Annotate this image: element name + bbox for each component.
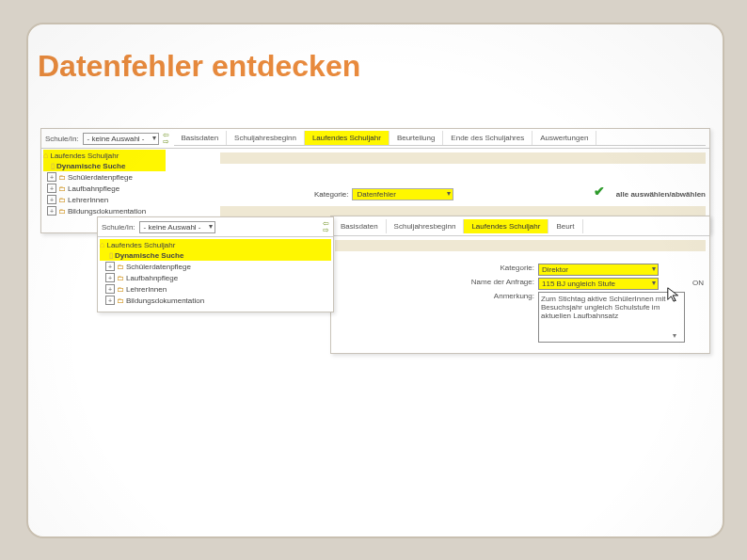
schule-label: Schule/In: — [45, 135, 79, 143]
schule-label: Schule/In: — [102, 223, 135, 232]
expand-icon[interactable]: + — [105, 296, 115, 305]
tab-beurteilung[interactable]: Beurteilung — [389, 131, 443, 145]
tabstrip: Basisdaten Schuljahresbeginn Laufendes S… — [174, 131, 707, 146]
expand-icon[interactable]: + — [47, 172, 56, 182]
tree-dyn-label: Dynamische Suche — [115, 251, 183, 260]
home-icon: ⌂ — [43, 151, 48, 160]
schule-select[interactable]: - keine Auswahl - — [83, 133, 159, 145]
tree-item[interactable]: +🗀LehrerInnen — [100, 283, 331, 295]
screenshot-tree: Schule/In: - keine Auswahl - ⇦⇨ ⌂Laufend… — [97, 216, 334, 312]
ss2-topbar: Schule/In: - keine Auswahl - ⇦⇨ — [98, 217, 333, 237]
slide-title: Datenfehler entdecken — [38, 49, 360, 84]
tree-item[interactable]: +🗀Laufbahnpflege — [100, 272, 331, 283]
tree-item-label: Laufbahnpflege — [126, 274, 178, 282]
folder-icon: 🗀 — [58, 184, 66, 193]
query-form: Kategorie: Direktor▾ Name der Anfrage: 1… — [459, 264, 704, 344]
expand-icon[interactable]: + — [47, 184, 56, 193]
tab-basisdaten[interactable]: Basisdaten — [333, 219, 387, 233]
home-icon: ⌂ — [100, 240, 104, 249]
tree-dyn-suche[interactable]: ▯Dynamische Suche — [100, 250, 331, 261]
tab-ende-des-schuljahres[interactable]: Ende des Schuljahres — [443, 131, 532, 145]
ss3-topbar: Basisdaten Schuljahresbeginn Laufendes S… — [331, 216, 709, 236]
topbar: Schule/In: - keine Auswahl - ⇦⇨ Basisdat… — [41, 129, 709, 149]
folder-icon: 🗀 — [117, 274, 124, 282]
tree-item-label: LehrerInnen — [126, 285, 167, 294]
slide-frame: Datenfehler entdecken Schule/In: - keine… — [26, 23, 724, 538]
anmerkung-text: Zum Stichtag aktive SchülerInnen mit Bes… — [538, 292, 685, 343]
tree-item-label: Schülerdatenpflege — [68, 173, 133, 182]
sub-bar — [335, 240, 706, 251]
kategorie-select[interactable]: Direktor▾ — [538, 264, 659, 276]
name-label: Name der Anfrage: — [459, 278, 534, 286]
tree-root-label: Laufendes Schuljahr — [50, 152, 119, 160]
nav-arrows-icon[interactable]: ⇦⇨ — [322, 220, 329, 233]
tree-dyn-suche[interactable]: ▯Dynamische Suche — [43, 161, 166, 171]
anmerkung-label: Anmerkung: — [459, 292, 534, 300]
tree-item[interactable]: +🗀Schülerdatenpflege — [43, 171, 166, 183]
header-bar — [220, 152, 706, 164]
screenshot-detail: Basisdaten Schuljahresbeginn Laufendes S… — [330, 216, 710, 354]
folder-icon: 🗀 — [117, 296, 124, 305]
tree-item[interactable]: +🗀Laufbahnpflege — [43, 183, 166, 194]
schule-select[interactable]: - keine Auswahl - — [139, 221, 215, 233]
anfrage-select[interactable]: 115 BJ ungleich Stufe▾ — [538, 278, 659, 290]
tree-panel: ⌂Laufendes Schuljahr ▯Dynamische Suche +… — [98, 237, 333, 308]
tab-auswertungen[interactable]: Auswertungen — [532, 131, 596, 145]
tab-laufendes-schuljahr[interactable]: Laufendes Schuljahr — [305, 131, 389, 145]
tree-dyn-label: Dynamische Suche — [56, 162, 125, 170]
expand-icon[interactable]: + — [105, 284, 115, 294]
tree-item[interactable]: +🗀Schülerdatenpflege — [100, 261, 331, 272]
on-text: ON — [692, 279, 704, 287]
tree-root-label: Laufendes Schuljahr — [106, 241, 175, 249]
folder-icon: 🗀 — [117, 263, 124, 271]
tab-schuljahresbeginn[interactable]: Schuljahresbeginn — [387, 219, 465, 233]
tab-laufendes-schuljahr[interactable]: Laufendes Schuljahr — [464, 219, 548, 233]
tab-schuljahresbeginn[interactable]: Schuljahresbeginn — [227, 131, 305, 145]
kategorie-label: Kategorie: — [314, 190, 348, 199]
doc-icon: ▯ — [109, 251, 113, 260]
kategorie-select[interactable]: Datenfehler — [352, 188, 453, 200]
nav-arrows-icon[interactable]: ⇦⇨ — [163, 132, 170, 145]
tree-item-label: Bildungsdokumentation — [126, 296, 204, 305]
expand-icon[interactable]: + — [105, 273, 115, 282]
tree-item[interactable]: +🗀Bildungsdokumentation — [100, 295, 331, 306]
kategorie-label: Kategorie: — [459, 264, 534, 272]
tree-item-label: LehrerInnen — [68, 196, 108, 204]
folder-icon: 🗀 — [58, 173, 66, 182]
doc-icon: ▯ — [51, 162, 55, 170]
tree-item-label: Bildungsdokumentation — [68, 207, 146, 216]
folder-icon: 🗀 — [58, 196, 66, 204]
kategorie-row: Kategorie: Datenfehler alle auswählen/ab… — [314, 187, 706, 200]
folder-icon: 🗀 — [58, 207, 66, 216]
check-icon[interactable] — [596, 187, 612, 200]
tab-beurteilung-cut[interactable]: Beurt — [548, 219, 582, 233]
tree-item-label: Schülerdatenpflege — [126, 263, 191, 271]
expand-icon[interactable]: + — [47, 195, 56, 204]
tree-item[interactable]: +🗀Bildungsdokumentation — [43, 205, 166, 216]
tab-basisdaten[interactable]: Basisdaten — [174, 131, 228, 145]
expand-icon[interactable]: + — [47, 206, 56, 216]
folder-icon: 🗀 — [117, 285, 124, 294]
tree-panel: ⌂Laufendes Schuljahr ▯Dynamische Suche +… — [43, 150, 166, 216]
tree-root[interactable]: ⌂Laufendes Schuljahr — [43, 150, 166, 161]
tree-root[interactable]: ⌂Laufendes Schuljahr — [100, 239, 331, 250]
content-panel: Kategorie: Datenfehler alle auswählen/ab… — [220, 150, 706, 220]
scroll-down-icon[interactable]: ▾ — [673, 331, 682, 340]
alle-auswaehlen-link[interactable]: alle auswählen/abwählen — [616, 190, 706, 199]
expand-icon[interactable]: + — [105, 262, 115, 271]
tree-item-label: Laufbahnpflege — [68, 184, 119, 193]
tree-item[interactable]: +🗀LehrerInnen — [43, 194, 166, 205]
